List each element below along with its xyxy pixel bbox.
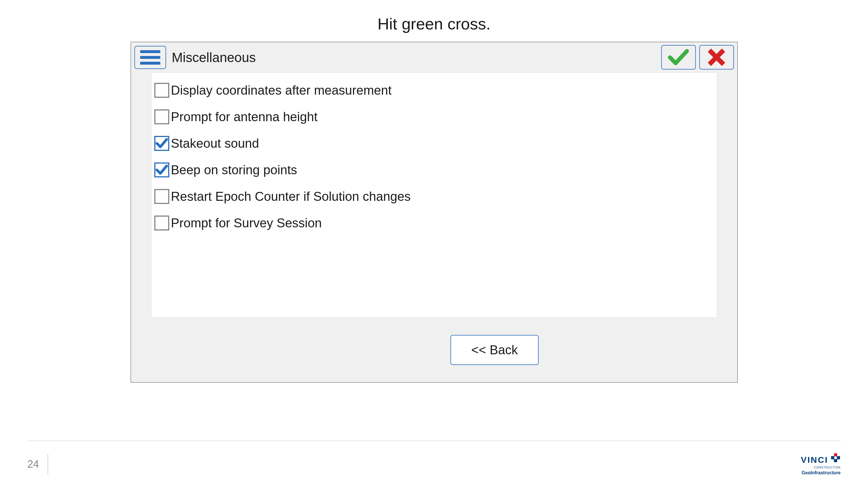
footer-left: 24 xyxy=(27,454,48,474)
checkbox-row: Beep on storing points xyxy=(154,157,714,183)
svg-rect-3 xyxy=(834,459,837,462)
checkbox-label: Prompt for antenna height xyxy=(171,110,318,124)
svg-rect-0 xyxy=(834,453,837,456)
menu-button[interactable] xyxy=(134,46,166,69)
dialog-body: Display coordinates after measurement Pr… xyxy=(151,72,717,318)
checkbox-label: Stakeout sound xyxy=(171,136,259,151)
checkmark-icon xyxy=(155,163,168,176)
checkbox-row: Stakeout sound xyxy=(154,130,714,157)
display-coordinates-checkbox[interactable] xyxy=(154,83,169,98)
company-name: VINCI xyxy=(801,455,828,465)
header-right xyxy=(661,45,734,69)
subdivision-name: GeoInfrastructure xyxy=(802,470,841,476)
restart-epoch-checkbox[interactable] xyxy=(154,189,169,204)
check-icon xyxy=(668,49,689,66)
checkbox-row: Prompt for Survey Session xyxy=(154,210,714,236)
confirm-button[interactable] xyxy=(661,45,696,69)
dialog-footer: << Back xyxy=(131,326,737,382)
slide-title: Hit green cross. xyxy=(0,0,868,42)
dialog-header: Miscellaneous xyxy=(131,42,737,72)
miscellaneous-dialog: Miscellaneous Display coordinates after … xyxy=(131,42,738,383)
checkmark-icon xyxy=(155,137,168,150)
svg-rect-1 xyxy=(831,456,834,459)
page-number: 24 xyxy=(27,458,39,470)
footer-logo: VINCI CONSTRUCTION GeoInfrastructure xyxy=(801,453,841,476)
hamburger-icon xyxy=(140,56,160,59)
close-icon xyxy=(707,48,726,67)
checkbox-row: Restart Epoch Counter if Solution change… xyxy=(154,183,714,210)
checkbox-row: Display coordinates after measurement xyxy=(154,77,714,103)
checkbox-label: Prompt for Survey Session xyxy=(171,216,322,230)
prompt-survey-checkbox[interactable] xyxy=(154,215,169,231)
division-name: CONSTRUCTION xyxy=(814,466,841,469)
page-footer: 24 VINCI CONSTRUCTION GeoInfrastructure xyxy=(27,440,841,476)
checkbox-label: Display coordinates after measurement xyxy=(171,83,392,97)
checkbox-label: Beep on storing points xyxy=(171,163,297,177)
beep-storing-checkbox[interactable] xyxy=(154,162,169,177)
checkbox-label: Restart Epoch Counter if Solution change… xyxy=(171,189,411,204)
checkbox-row: Prompt for antenna height xyxy=(154,103,714,130)
hamburger-icon xyxy=(140,50,160,53)
dialog-title: Miscellaneous xyxy=(172,50,256,65)
close-button[interactable] xyxy=(699,45,734,69)
header-left: Miscellaneous xyxy=(134,46,256,69)
back-button[interactable]: << Back xyxy=(451,335,538,365)
logo-icon xyxy=(831,453,841,463)
hamburger-icon xyxy=(140,62,160,65)
svg-rect-2 xyxy=(837,456,840,459)
divider xyxy=(48,454,48,474)
stakeout-sound-checkbox[interactable] xyxy=(154,136,169,151)
prompt-antenna-checkbox[interactable] xyxy=(154,109,169,124)
vinci-logo: VINCI xyxy=(801,453,841,465)
